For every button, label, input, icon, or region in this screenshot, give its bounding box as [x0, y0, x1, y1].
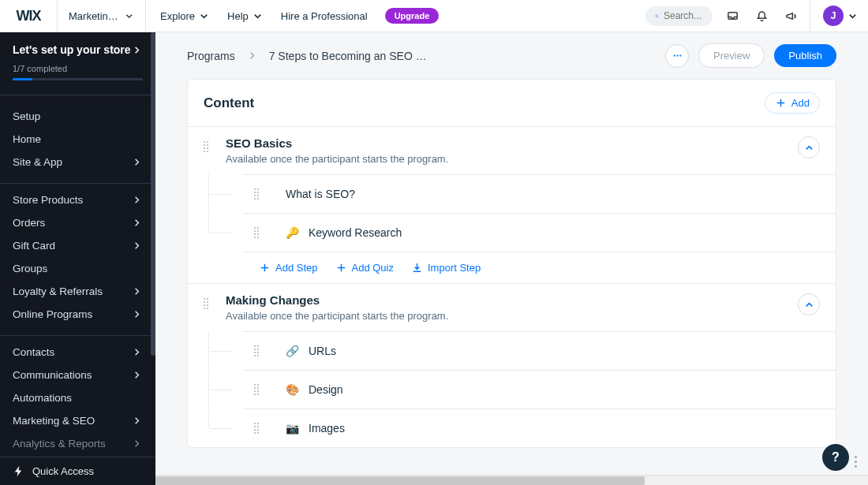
sidebar-item[interactable]: Orders [0, 211, 155, 234]
top-nav: Explore Help Hire a Professional Upgrade [146, 8, 453, 24]
chevron-down-icon [847, 10, 859, 22]
drag-handle[interactable] [254, 423, 267, 434]
progress-bar [13, 78, 143, 80]
sidebar-item[interactable]: Store Products [0, 188, 155, 211]
chevron-right-icon [131, 346, 143, 358]
sidebar-item-label: Home [13, 133, 41, 145]
add-step-button[interactable]: Add Step [259, 262, 318, 274]
content-card: Content Add SEO BasicsAvailable once the… [187, 79, 836, 448]
publish-button[interactable]: Publish [774, 44, 836, 67]
sidebar-item-label: Loyalty & Referrals [13, 285, 103, 297]
svg-point-0 [656, 14, 658, 17]
drag-handle[interactable] [254, 188, 267, 200]
preview-button[interactable]: Preview [698, 43, 765, 68]
search-field[interactable] [664, 10, 703, 21]
chevron-up-icon [803, 142, 815, 154]
horizontal-scrollbar[interactable] [155, 475, 868, 485]
bell-icon[interactable] [756, 10, 768, 22]
search-input[interactable] [645, 6, 713, 26]
step-actions: Add StepAdd QuizImport Step [243, 252, 836, 283]
setup-card[interactable]: Let's set up your store 1/7 completed [0, 32, 155, 90]
section-subtitle: Available once the participant starts th… [226, 153, 798, 165]
step-label: Design [309, 383, 343, 396]
header-actions: Preview Publish [665, 43, 836, 68]
step-emoji: 📷 [286, 422, 299, 435]
svg-point-4 [679, 54, 681, 56]
chevron-right-icon [131, 438, 143, 450]
avatar: J [823, 6, 844, 26]
sidebar-item[interactable]: Communications [0, 364, 155, 386]
sidebar-item[interactable]: Site & App [0, 151, 155, 173]
drag-handle[interactable] [254, 227, 267, 238]
more-options-button[interactable] [665, 44, 689, 68]
sidebar-item[interactable]: Analytics & Reports [0, 432, 155, 455]
site-selector[interactable]: Marketing ... [58, 0, 146, 32]
import-step-button[interactable]: Import Step [411, 262, 481, 274]
chevron-right-icon [131, 369, 143, 381]
step-emoji: 🎨 [286, 383, 299, 396]
dots-icon [672, 50, 683, 62]
chevron-down-icon [124, 10, 134, 22]
step-item[interactable]: 📷Images [243, 409, 836, 447]
plus-icon [335, 262, 347, 274]
chevron-up-icon [803, 299, 815, 311]
drag-handle[interactable] [204, 141, 216, 152]
drag-handle[interactable] [254, 345, 267, 356]
chevron-right-icon [131, 194, 143, 206]
header-row: Programs 7 Steps to Becoming an SEO E… P… [155, 32, 868, 79]
drag-handle[interactable] [254, 384, 267, 395]
step-item[interactable]: 🔗URLs [243, 331, 836, 370]
upgrade-button[interactable]: Upgrade [385, 8, 440, 24]
search-icon [655, 10, 659, 22]
help-menu-dots[interactable] [855, 456, 857, 468]
lightning-icon [13, 465, 24, 477]
nav-explore[interactable]: Explore [160, 10, 210, 22]
sidebar: Let's set up your store 1/7 completed Se… [0, 32, 155, 485]
section-subtitle: Available once the participant starts th… [226, 310, 798, 322]
collapse-button[interactable] [798, 293, 820, 315]
step-item[interactable]: 🔑Keyword Research [243, 213, 836, 252]
drag-handle[interactable] [204, 298, 216, 309]
sidebar-item-label: Contacts [13, 346, 54, 358]
add-quiz-button[interactable]: Add Quiz [335, 262, 394, 274]
nav-hire[interactable]: Hire a Professional [281, 10, 368, 22]
sidebar-item[interactable]: Setup [0, 105, 155, 128]
chevron-down-icon [252, 10, 264, 22]
inbox-icon[interactable] [727, 10, 739, 22]
sidebar-item[interactable]: Loyalty & Referrals [0, 280, 155, 303]
section-title: SEO Basics [226, 136, 798, 150]
megaphone-icon[interactable] [785, 10, 797, 22]
section-header[interactable]: SEO BasicsAvailable once the participant… [188, 126, 836, 174]
plus-icon [259, 262, 271, 274]
step-emoji: 🔗 [286, 345, 299, 357]
sidebar-item-label: Setup [13, 110, 40, 122]
sidebar-item[interactable]: Home [0, 128, 155, 151]
sidebar-item-label: Online Programs [13, 308, 92, 320]
sidebar-item[interactable]: Groups [0, 257, 155, 280]
sidebar-item-label: Groups [13, 263, 47, 274]
sidebar-item-label: Communications [13, 369, 92, 381]
step-item[interactable]: 🎨Design [243, 370, 836, 409]
sidebar-item[interactable]: Automations [0, 386, 155, 409]
wix-logo[interactable]: WIX [0, 0, 58, 32]
help-button[interactable]: ? [822, 444, 849, 471]
breadcrumb-root[interactable]: Programs [187, 50, 235, 62]
sidebar-item-label: Automations [13, 392, 72, 404]
topbar: WIX Marketing ... Explore Help Hire a Pr… [0, 0, 868, 32]
download-icon [411, 262, 423, 274]
chevron-right-icon [131, 44, 143, 56]
step-label: Keyword Research [309, 226, 402, 239]
sidebar-item-label: Store Products [13, 194, 83, 206]
quick-access[interactable]: Quick Access [0, 457, 155, 485]
nav-help[interactable]: Help [227, 10, 264, 22]
step-label: What is SEO? [286, 188, 355, 200]
sidebar-item[interactable]: Marketing & SEO [0, 409, 155, 432]
account-menu[interactable]: J [810, 0, 868, 32]
collapse-button[interactable] [798, 136, 820, 159]
sidebar-item[interactable]: Online Programs [0, 303, 155, 326]
sidebar-item[interactable]: Contacts [0, 341, 155, 364]
add-button[interactable]: Add [765, 92, 820, 114]
sidebar-item[interactable]: Gift Card [0, 234, 155, 257]
step-item[interactable]: What is SEO? [243, 174, 836, 213]
section-header[interactable]: Making ChangesAvailable once the partici… [188, 283, 836, 331]
